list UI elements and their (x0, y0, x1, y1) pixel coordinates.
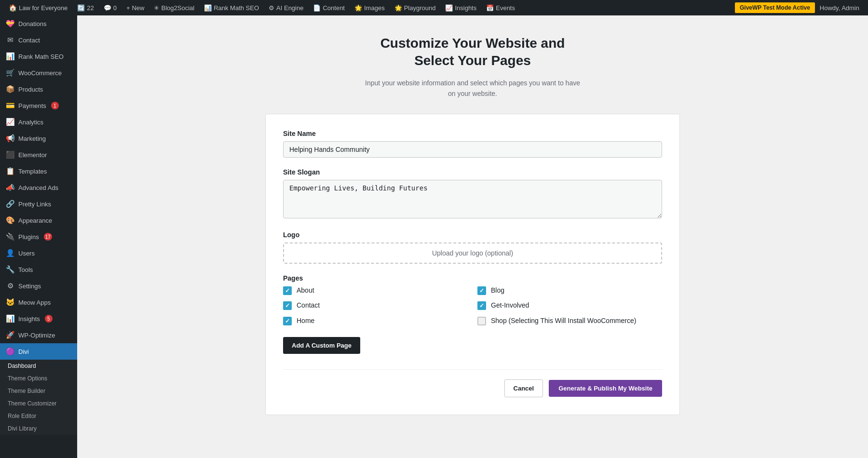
logo-upload-button[interactable]: Upload your logo (optional) (283, 242, 662, 264)
publish-button[interactable]: Generate & Publish My Website (549, 380, 662, 397)
page-item-about: ✓ About (283, 286, 468, 296)
adminbar-blog2social[interactable]: ✳ Blog2Social (149, 0, 199, 15)
pages-section: Pages ✓ About ✓ (283, 274, 662, 326)
sidebar-item-templates[interactable]: 📋 Templates (0, 163, 77, 179)
submenu-dashboard[interactable]: Dashboard (0, 360, 77, 372)
page-item-get-involved: ✓ Get-Involved (477, 301, 662, 310)
adminbar-content[interactable]: 📄 Content (308, 0, 350, 15)
page-label-shop: Shop (Selecting This Will Install WooCom… (491, 316, 636, 326)
users-icon: 👤 (6, 249, 14, 257)
submenu-theme-builder[interactable]: Theme Builder (0, 385, 77, 397)
pages-label: Pages (283, 274, 662, 282)
page-checkbox-about[interactable]: ✓ (283, 286, 292, 295)
page-checkbox-shop[interactable] (477, 317, 486, 325)
site-name-label: Site Name (283, 130, 662, 137)
sidebar-item-plugins[interactable]: 🔌 Plugins 17 (0, 229, 77, 245)
playground-icon: 🌟 (394, 4, 402, 12)
page-item-contact: ✓ Contact (283, 301, 468, 310)
cancel-button[interactable]: Cancel (504, 379, 543, 397)
updates-icon: 🔄 (77, 4, 85, 12)
insights2-icon: 📊 (6, 314, 14, 323)
submenu-divi-library[interactable]: Divi Library (0, 422, 77, 435)
adminbar-site[interactable]: 🏠 Law for Everyone (4, 0, 72, 15)
pages-grid: ✓ About ✓ Blog (283, 286, 662, 326)
payments-badge: 1 (51, 102, 59, 109)
insights-badge: 5 (45, 315, 53, 323)
page-item-blog: ✓ Blog (477, 286, 662, 296)
sidebar-item-products[interactable]: 📦 Products (0, 81, 77, 97)
sidebar-item-appearance[interactable]: 🎨 Appearance (0, 212, 77, 229)
adminbar-playground[interactable]: 🌟 Playground (390, 0, 441, 15)
sidebar-item-divi[interactable]: 🟣 Divi (0, 343, 77, 360)
wizard-card: Site Name Site Slogan Logo Upload your l… (265, 114, 680, 416)
adminbar-insights[interactable]: 📈 Insights (440, 0, 481, 15)
sidebar-item-tools[interactable]: 🔧 Tools (0, 261, 77, 278)
adminbar-new[interactable]: + New (122, 0, 149, 15)
page-checkbox-blog[interactable]: ✓ (477, 286, 486, 295)
aiengine-icon: ⚙ (269, 4, 274, 12)
sidebar-item-settings[interactable]: ⚙ Settings (0, 278, 77, 294)
advancedads-icon: 📣 (6, 183, 14, 192)
submenu-theme-options[interactable]: Theme Options (0, 372, 77, 385)
page-label-get-involved: Get-Involved (491, 301, 529, 310)
check-icon-about: ✓ (285, 287, 290, 294)
wizard-actions: Cancel Generate & Publish My Website (283, 369, 662, 397)
events-icon: 📅 (486, 4, 494, 12)
sidebar-item-marketing[interactable]: 📢 Marketing (0, 130, 77, 147)
adminbar-rankmath[interactable]: 📊 Rank Math SEO (199, 0, 264, 15)
sidebar-item-users[interactable]: 👤 Users (0, 245, 77, 261)
page-checkbox-contact[interactable]: ✓ (283, 301, 292, 310)
comments-icon: 💬 (104, 4, 111, 12)
sidebar-item-payments[interactable]: 💳 Payments 1 (0, 97, 77, 114)
site-slogan-input[interactable] (283, 180, 662, 218)
page-item-home: ✓ Home (283, 316, 468, 326)
insights-icon: 📈 (445, 4, 453, 12)
page-label-blog: Blog (491, 286, 504, 296)
sidebar-item-donations[interactable]: 💝 Donations (0, 15, 77, 32)
divi-icon: 🟣 (6, 347, 14, 356)
page-checkbox-get-involved[interactable]: ✓ (477, 301, 486, 310)
meowapps-icon: 🐱 (6, 298, 14, 307)
sidebar-item-contact[interactable]: ✉ Contact (0, 32, 77, 48)
blog2social-icon: ✳ (154, 4, 159, 12)
sidebar-item-advancedads[interactable]: 📣 Advanced Ads (0, 179, 77, 196)
sidebar-item-rankmath[interactable]: 📊 Rank Math SEO (0, 48, 77, 65)
adminbar-images[interactable]: 🌟 Images (350, 0, 390, 15)
check-icon-blog: ✓ (479, 287, 484, 294)
analytics-icon: 📈 (6, 118, 14, 126)
howdy-label[interactable]: Howdy, Admin (815, 4, 864, 12)
logo-label: Logo (283, 231, 662, 239)
adminbar-aiengine[interactable]: ⚙ AI Engine (264, 0, 308, 15)
images-icon: 🌟 (354, 4, 362, 12)
payments-icon: 💳 (6, 101, 14, 110)
sidebar-item-wpoptimize[interactable]: 🚀 WP-Optimize (0, 327, 77, 343)
givewp-badge[interactable]: GiveWP Test Mode Active (735, 2, 815, 13)
site-slogan-label: Site Slogan (283, 168, 662, 176)
divi-submenu: Dashboard Theme Options Theme Builder Th… (0, 360, 77, 435)
page-checkbox-home[interactable]: ✓ (283, 317, 292, 325)
adminbar-updates[interactable]: 🔄 22 (72, 0, 98, 15)
sidebar-item-prettylinks[interactable]: 🔗 Pretty Links (0, 196, 77, 212)
tools-icon: 🔧 (6, 265, 14, 274)
sidebar-item-woocommerce[interactable]: 🛒 WooCommerce (0, 65, 77, 81)
submenu-theme-customizer[interactable]: Theme Customizer (0, 397, 77, 410)
prettylinks-icon: 🔗 (6, 200, 14, 208)
sidebar-item-analytics[interactable]: 📈 Analytics (0, 114, 77, 130)
admin-bar: 🏠 Law for Everyone 🔄 22 💬 0 + New ✳ Blog… (0, 0, 868, 15)
donations-icon: 💝 (6, 19, 14, 28)
sidebar-item-meowapps[interactable]: 🐱 Meow Apps (0, 294, 77, 310)
plugins-badge: 17 (44, 233, 52, 241)
sidebar: 💝 Donations ✉ Contact 📊 Rank Math SEO 🛒 … (0, 15, 77, 458)
products-icon: 📦 (6, 85, 14, 94)
sidebar-item-insights[interactable]: 📊 Insights 5 (0, 310, 77, 327)
logo-group: Logo Upload your logo (optional) (283, 231, 662, 264)
add-custom-page-button[interactable]: Add A Custom Page (283, 337, 360, 354)
site-name-group: Site Name (283, 130, 662, 158)
adminbar-events[interactable]: 📅 Events (481, 0, 520, 15)
site-name-input[interactable] (283, 141, 662, 158)
sidebar-item-elementor[interactable]: ⬛ Elementor (0, 147, 77, 163)
adminbar-comments[interactable]: 💬 0 (99, 0, 122, 15)
submenu-role-editor[interactable]: Role Editor (0, 410, 77, 422)
page-label-home: Home (297, 316, 314, 326)
elementor-icon: ⬛ (6, 150, 14, 159)
